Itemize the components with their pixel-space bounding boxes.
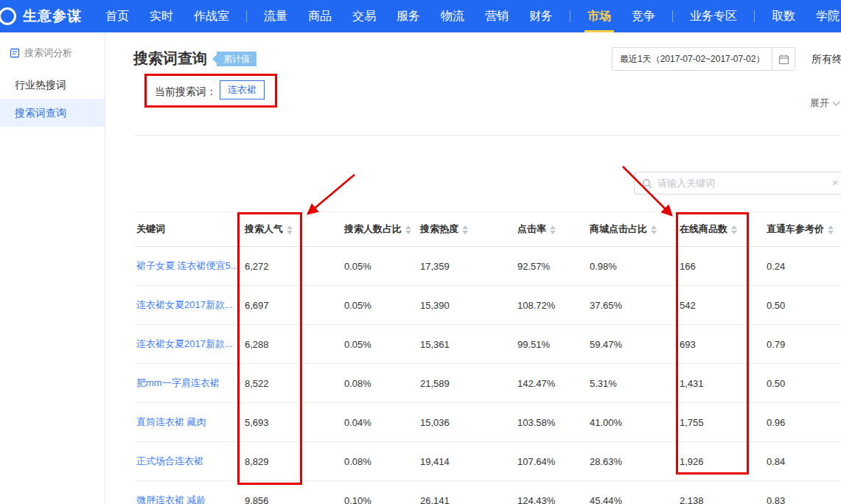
nav-item[interactable]: 实时 bbox=[139, 0, 184, 32]
value-cell: 0.98% bbox=[588, 247, 678, 286]
value-cell: 5,693 bbox=[243, 403, 343, 442]
table-header-row: 关键词搜索人气搜索人数占比搜索热度点击率商城点击占比在线商品数直通车参考价 bbox=[135, 212, 841, 247]
table-body: 裙子女夏 连衣裙便宜5...6,2720.05%17,35992.57%0.98… bbox=[135, 247, 841, 504]
sort-asc-arrow bbox=[828, 225, 834, 229]
value-cell: 8,829 bbox=[243, 442, 343, 481]
column-label: 搜索人气 bbox=[245, 223, 283, 234]
sort-desc-arrow bbox=[287, 231, 293, 234]
table-row: 连衣裙女夏2017新款...6,2880.05%15,36199.51%59.4… bbox=[135, 325, 841, 364]
value-cell: 9,856 bbox=[243, 481, 343, 504]
date-range-selector[interactable]: 最近1天（2017-07-02~2017-07-02） bbox=[612, 47, 772, 71]
terminal-selector[interactable]: 所有终端 bbox=[812, 53, 841, 66]
nav-separator bbox=[246, 10, 247, 22]
sidebar-item[interactable]: 行业热搜词 bbox=[0, 71, 105, 99]
nav-item[interactable]: 作战室 bbox=[184, 0, 240, 32]
nav-item[interactable]: 学院 bbox=[806, 0, 841, 32]
current-keyword-tag[interactable]: 连衣裙 bbox=[220, 80, 265, 99]
table-row: 正式场合连衣裙8,8290.08%19,414107.64%28.63%1,92… bbox=[135, 442, 841, 481]
sort-icon[interactable] bbox=[651, 225, 657, 234]
value-cell: 0.10% bbox=[343, 481, 419, 504]
value-cell: 8,522 bbox=[243, 364, 343, 403]
nav-item[interactable]: 业务专区 bbox=[680, 0, 747, 32]
value-cell: 0.05% bbox=[343, 286, 419, 325]
value-cell: 41.00% bbox=[588, 403, 678, 442]
column-label: 关键词 bbox=[136, 223, 165, 234]
keyword-link[interactable]: 肥mm一字肩连衣裙 bbox=[136, 377, 220, 388]
keyword-search-box: × bbox=[634, 172, 841, 195]
value-cell: 693 bbox=[678, 325, 765, 364]
value-cell: 28.63% bbox=[588, 442, 678, 481]
column-header[interactable]: 在线商品数 bbox=[678, 212, 765, 247]
value-cell: 6,288 bbox=[243, 325, 343, 364]
table-row: 连衣裙女夏2017新款...6,6970.05%15,390108.72%37.… bbox=[135, 286, 841, 325]
sort-icon[interactable] bbox=[550, 225, 556, 234]
nav-item[interactable]: 首页 bbox=[95, 0, 139, 32]
value-cell: 0.50 bbox=[765, 364, 841, 403]
sort-icon[interactable] bbox=[731, 225, 737, 234]
column-header[interactable]: 搜索热度 bbox=[419, 212, 516, 247]
value-cell: 0.05% bbox=[343, 247, 419, 286]
value-cell: 1,755 bbox=[678, 403, 765, 442]
nav-item[interactable]: 财务 bbox=[519, 0, 563, 32]
nav-item[interactable]: 营销 bbox=[475, 0, 519, 32]
keyword-cell: 直筒连衣裙 藏肉 bbox=[135, 403, 243, 442]
nav-item[interactable]: 商品 bbox=[298, 0, 342, 32]
keyword-link[interactable]: 连衣裙女夏2017新款... bbox=[136, 338, 233, 349]
column-header[interactable]: 商城点击占比 bbox=[588, 212, 678, 247]
sidebar-item[interactable]: 搜索词查询 bbox=[0, 99, 105, 127]
value-cell: 0.05% bbox=[343, 325, 419, 364]
nav-item[interactable]: 交易 bbox=[342, 0, 386, 32]
calendar-button[interactable] bbox=[772, 47, 795, 71]
nav-separator bbox=[570, 10, 570, 22]
sort-icon[interactable] bbox=[405, 225, 411, 234]
table-row: 肥mm一字肩连衣裙8,5220.08%21,589142.47%5.31%1,4… bbox=[135, 364, 841, 403]
table-row: 裙子女夏 连衣裙便宜5...6,2720.05%17,35992.57%0.98… bbox=[135, 247, 841, 286]
sort-desc-arrow bbox=[651, 231, 657, 234]
sort-icon[interactable] bbox=[462, 225, 468, 234]
keyword-cell: 连衣裙女夏2017新款... bbox=[135, 325, 243, 364]
keyword-link[interactable]: 连衣裙女夏2017新款... bbox=[136, 299, 233, 310]
value-cell: 19,414 bbox=[419, 442, 516, 481]
nav-item[interactable]: 竞争 bbox=[621, 0, 666, 32]
value-cell: 21,589 bbox=[419, 364, 516, 403]
column-label: 搜索人数占比 bbox=[344, 223, 402, 234]
value-cell: 99.51% bbox=[516, 325, 588, 364]
keyword-link[interactable]: 微胖连衣裙 减龄 bbox=[136, 494, 206, 504]
nav-separator bbox=[754, 10, 755, 22]
value-cell: 166 bbox=[678, 247, 765, 286]
sort-asc-arrow bbox=[550, 225, 556, 229]
expand-toggle[interactable]: 展开 bbox=[810, 97, 839, 110]
value-cell: 17,359 bbox=[419, 247, 516, 286]
sort-desc-arrow bbox=[462, 231, 468, 234]
column-header[interactable]: 搜索人气 bbox=[243, 212, 343, 247]
sort-asc-arrow bbox=[405, 225, 411, 229]
value-cell: 59.47% bbox=[588, 325, 678, 364]
column-header[interactable]: 点击率 bbox=[516, 212, 588, 247]
nav-item[interactable]: 取数 bbox=[761, 0, 806, 32]
keyword-cell: 肥mm一字肩连衣裙 bbox=[135, 364, 243, 403]
column-header: 关键词 bbox=[135, 212, 243, 247]
value-cell: 0.84 bbox=[765, 442, 841, 481]
value-cell: 1,431 bbox=[678, 364, 765, 403]
sort-icon[interactable] bbox=[828, 225, 834, 234]
value-cell: 0.83 bbox=[765, 481, 841, 504]
sort-asc-arrow bbox=[651, 225, 657, 229]
nav-item[interactable]: 流量 bbox=[254, 0, 298, 32]
clear-search-icon[interactable]: × bbox=[832, 176, 839, 189]
keyword-search-input[interactable] bbox=[657, 178, 841, 189]
nav-item[interactable]: 物流 bbox=[430, 0, 475, 32]
value-cell: 15,361 bbox=[419, 325, 516, 364]
app-logo[interactable]: 生意参谋 bbox=[0, 7, 82, 26]
keyword-cell: 裙子女夏 连衣裙便宜5... bbox=[135, 247, 243, 286]
nav-item[interactable]: 服务 bbox=[386, 0, 430, 32]
column-header[interactable]: 直通车参考价 bbox=[765, 212, 841, 247]
page-title: 搜索词查询 bbox=[133, 49, 207, 69]
nav-item[interactable]: 市场 bbox=[577, 0, 621, 32]
keyword-link[interactable]: 裙子女夏 连衣裙便宜5... bbox=[136, 260, 239, 271]
sort-desc-arrow bbox=[828, 231, 834, 234]
keyword-cell: 连衣裙女夏2017新款... bbox=[135, 286, 243, 325]
column-header[interactable]: 搜索人数占比 bbox=[343, 212, 419, 247]
sort-icon[interactable] bbox=[287, 225, 293, 234]
keyword-link[interactable]: 正式场合连衣裙 bbox=[136, 455, 203, 466]
keyword-link[interactable]: 直筒连衣裙 藏肉 bbox=[136, 416, 206, 427]
